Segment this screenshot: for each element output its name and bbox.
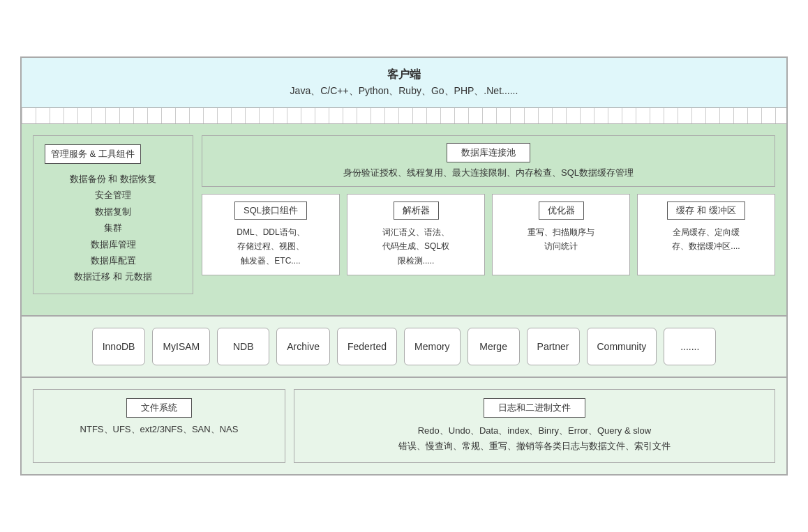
fs-desc: NTFS、UFS、ext2/3NFS、SAN、NAS [45, 423, 274, 436]
engines-section: InnoDB MyISAM NDB Archive Federted Memor… [21, 316, 787, 377]
engine-federted: Federted [337, 328, 397, 365]
client-layer: 客户端 Java、C/C++、Python、Ruby、Go、PHP、.Net..… [21, 57, 787, 108]
sql-desc: DML、DDL语句、存储过程、视图、触发器、ETC.... [209, 225, 332, 268]
component-parser: 解析器 词汇语义、语法、代码生成、SQL权限检测..... [347, 194, 485, 275]
filesystem-box: 文件系统 NTFS、UFS、ext2/3NFS、SAN、NAS [33, 389, 285, 463]
log-title: 日志和二进制文件 [484, 398, 585, 418]
component-optimizer: 优化器 重写、扫描顺序与访问统计 [492, 194, 630, 275]
client-title: 客户端 [36, 68, 772, 82]
top-row: 管理服务 & 工具组件 数据备份 和 数据恢复 安全管理 数据复制 集群 数据库… [33, 135, 775, 294]
cache-desc: 全局缓存、定向缓存、数据缓冲区.... [645, 225, 768, 254]
component-cache: 缓存 和 缓冲区 全局缓存、定向缓存、数据缓冲区.... [637, 194, 775, 275]
green-section: 管理服务 & 工具组件 数据备份 和 数据恢复 安全管理 数据复制 集群 数据库… [21, 123, 787, 316]
sql-title: SQL接口组件 [234, 202, 307, 220]
client-subtitle: Java、C/C++、Python、Ruby、Go、PHP、.Net...... [36, 85, 772, 98]
management-items: 数据备份 和 数据恢复 安全管理 数据复制 集群 数据库管理 数据库配置 数据迁… [45, 171, 181, 285]
cache-title: 缓存 和 缓冲区 [667, 202, 745, 220]
log-box: 日志和二进制文件 Redo、Undo、Data、index、Binry、Erro… [294, 389, 775, 463]
mgmt-item-1: 数据备份 和 数据恢复 [45, 171, 181, 187]
engine-partner: Partner [527, 328, 580, 365]
optimizer-title: 优化器 [539, 202, 584, 220]
parser-title: 解析器 [394, 202, 439, 220]
log-desc2: 错误、慢查询、常规、重写、撤销等各类日志与数据文件、索引文件 [306, 439, 763, 454]
connection-pool-title: 数据库连接池 [447, 143, 530, 162]
fs-title: 文件系统 [126, 398, 192, 418]
connection-pool-box: 数据库连接池 身份验证授权、线程复用、最大连接限制、内存检查、SQL数据缓存管理 [202, 135, 775, 187]
mgmt-item-4: 集群 [45, 220, 181, 236]
connection-pool-desc: 身份验证授权、线程复用、最大连接限制、内存检查、SQL数据缓存管理 [214, 167, 763, 179]
engine-community: Community [587, 328, 657, 365]
engine-archive: Archive [276, 328, 330, 365]
mgmt-item-6: 数据库配置 [45, 252, 181, 268]
mgmt-item-7: 数据迁移 和 元数据 [45, 268, 181, 284]
engine-myisam: MyISAM [152, 328, 210, 365]
bottom-section: 文件系统 NTFS、UFS、ext2/3NFS、SAN、NAS 日志和二进制文件… [21, 377, 787, 475]
engine-innodb: InnoDB [92, 328, 146, 365]
mgmt-item-2: 安全管理 [45, 187, 181, 203]
parser-desc: 词汇语义、语法、代码生成、SQL权限检测..... [354, 225, 477, 268]
management-title: 管理服务 & 工具组件 [45, 144, 141, 164]
engine-more: ....... [664, 328, 716, 365]
grid-separator [21, 108, 787, 123]
management-box: 管理服务 & 工具组件 数据备份 和 数据恢复 安全管理 数据复制 集群 数据库… [33, 135, 193, 294]
log-desc1: Redo、Undo、Data、index、Binry、Error、Query &… [306, 423, 763, 439]
engine-memory: Memory [404, 328, 461, 365]
components-row: SQL接口组件 DML、DDL语句、存储过程、视图、触发器、ETC.... 解析… [202, 194, 775, 275]
mgmt-item-3: 数据复制 [45, 204, 181, 220]
optimizer-desc: 重写、扫描顺序与访问统计 [500, 225, 622, 254]
mgmt-item-5: 数据库管理 [45, 236, 181, 252]
engines-row: InnoDB MyISAM NDB Archive Federted Memor… [33, 328, 775, 365]
main-container: 客户端 Java、C/C++、Python、Ruby、Go、PHP、.Net..… [20, 56, 788, 476]
engine-merge: Merge [467, 328, 520, 365]
right-col: 数据库连接池 身份验证授权、线程复用、最大连接限制、内存检查、SQL数据缓存管理… [202, 135, 775, 294]
engine-ndb: NDB [217, 328, 269, 365]
component-sql: SQL接口组件 DML、DDL语句、存储过程、视图、触发器、ETC.... [202, 194, 340, 275]
